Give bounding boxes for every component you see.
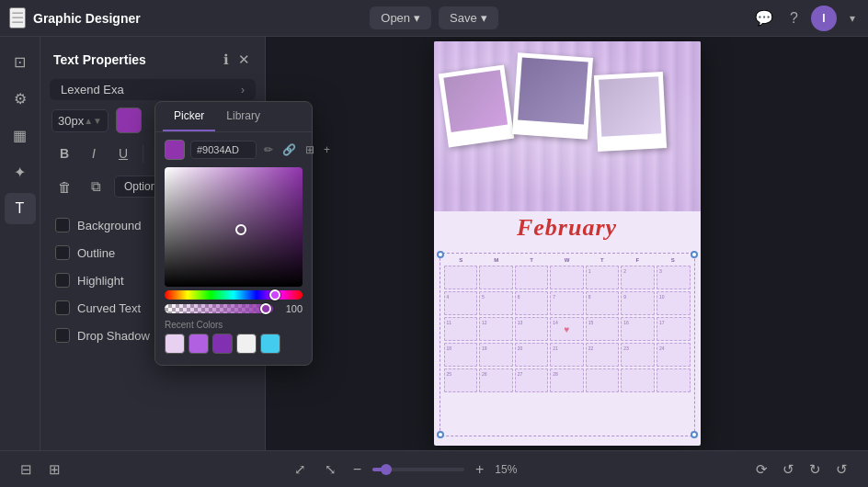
main-area: ⊡ ⚙ ▦ ✦ T Text Properties ℹ ✕ Lexend Exa… (0, 37, 868, 450)
open-button[interactable]: Open ▾ (370, 6, 431, 29)
history-button[interactable]: ⟳ (750, 458, 773, 481)
cal-cell-empty-6 (621, 368, 655, 392)
bottom-left: ⊟ ⊞ (15, 458, 66, 481)
cal-cell-13: 13 (515, 317, 549, 341)
undo-button[interactable]: ↺ (777, 458, 800, 481)
topbar-center: Open ▾ Save ▾ (370, 6, 497, 29)
color-swatch[interactable] (116, 108, 142, 133)
cal-cell-empty-3 (515, 266, 549, 289)
duplicate-button[interactable]: ⧉ (83, 174, 108, 199)
hex-row: ✏ 🔗 ⊞ + (155, 132, 312, 165)
font-selector[interactable]: Lexend Exa › (50, 79, 256, 100)
save-button[interactable]: Save ▾ (439, 6, 498, 29)
photo-3-img (599, 76, 661, 136)
cal-cell-17: 17 (657, 317, 691, 341)
recent-color-4[interactable] (260, 334, 280, 354)
photo-2-img (518, 58, 588, 125)
tool-components[interactable]: ✦ (5, 156, 36, 187)
tool-adjust[interactable]: ⚙ (5, 83, 36, 114)
canvas-area[interactable]: February S M T W T F S (266, 37, 868, 450)
recent-color-1[interactable] (188, 334, 209, 354)
cal-day-W: W (550, 257, 584, 263)
chat-icon-button[interactable]: 💬 (751, 6, 777, 30)
cal-day-T1: T (514, 257, 548, 263)
cal-cell-10: 10 (657, 291, 691, 315)
info-icon-button[interactable]: ℹ (222, 50, 231, 70)
redo-button[interactable]: ↻ (804, 458, 827, 481)
avatar[interactable]: I (811, 6, 837, 31)
cal-cell-empty-4 (550, 266, 584, 289)
crop-button[interactable]: ⤡ (319, 458, 342, 481)
reset-button[interactable]: ↺ (830, 458, 853, 481)
menu-icon[interactable]: ☰ (9, 7, 26, 28)
cal-cell-28: 28 (550, 368, 584, 392)
recent-color-3[interactable] (236, 334, 257, 354)
cal-cell-16: 16 (621, 317, 655, 341)
underline-button[interactable]: U (110, 141, 136, 166)
bold-button[interactable]: B (51, 141, 77, 166)
fit-button[interactable]: ⤢ (289, 458, 312, 481)
hex-input[interactable] (190, 141, 257, 159)
zoom-slider[interactable] (372, 468, 464, 471)
selection-handle-tl[interactable] (437, 251, 444, 258)
hex-swatch[interactable] (165, 140, 185, 160)
recent-color-0[interactable] (165, 334, 185, 354)
delete-button[interactable]: 🗑 (51, 174, 77, 199)
tool-text[interactable]: T (5, 193, 36, 224)
close-icon-button[interactable]: ✕ (236, 50, 252, 70)
alpha-slider[interactable] (165, 304, 273, 313)
cal-cell-12: 12 (479, 317, 513, 341)
cal-cell-20: 20 (515, 343, 549, 367)
layers-button[interactable]: ⊟ (15, 458, 38, 481)
plus-icon[interactable]: + (322, 142, 332, 158)
month-title: February (434, 214, 701, 242)
photo-frame-2 (511, 52, 592, 140)
cal-cell-15: 15 (586, 317, 620, 341)
tool-elements[interactable]: ⊡ (5, 46, 36, 77)
format-separator (143, 144, 143, 163)
selection-handle-br[interactable] (691, 431, 698, 438)
cal-day-T2: T (585, 257, 619, 263)
bottom-bar: ⊟ ⊞ ⤢ ⤡ − + 15% ⟳ ↺ ↻ ↺ (0, 450, 868, 487)
cal-cell-24: 24 (657, 343, 691, 367)
photos-area (443, 51, 691, 211)
tab-library[interactable]: Library (215, 102, 271, 131)
photo-1-img (443, 70, 508, 132)
cal-cell-27: 27 (515, 368, 549, 392)
eyedropper-icon[interactable]: ✏ (262, 142, 275, 158)
checkbox-dropshadow-label: Drop Shadow (77, 329, 150, 343)
help-icon-button[interactable]: ? (786, 6, 802, 30)
selection-handle-bl[interactable] (437, 431, 444, 438)
left-toolbar: ⊡ ⚙ ▦ ✦ T (0, 37, 40, 450)
italic-button[interactable]: I (81, 141, 107, 166)
tab-picker[interactable]: Picker (163, 102, 215, 131)
gradient-canvas[interactable] (165, 167, 303, 287)
zoom-out-button[interactable]: − (349, 458, 365, 481)
cal-cell-7: 7 (550, 291, 584, 315)
hue-slider[interactable] (165, 290, 303, 300)
cal-day-S2: S (656, 257, 690, 263)
topbar-chevron-button[interactable]: ▾ (846, 8, 859, 28)
cal-cell-3: 3 (657, 266, 691, 289)
grid-view-button[interactable]: ⊞ (43, 458, 66, 481)
cal-cell-empty-7 (657, 368, 691, 392)
calendar-grid: 1 2 3 4 5 6 7 8 9 10 11 12 13 14 15 (444, 266, 691, 392)
zoom-level: 15% (495, 463, 528, 476)
cal-header: S M T W T F S (444, 257, 691, 263)
recent-color-2[interactable] (212, 334, 233, 354)
alpha-row: 100 (155, 303, 312, 320)
selection-handle-tr[interactable] (691, 251, 698, 258)
cal-cell-26: 26 (479, 368, 513, 392)
cal-cell-21: 21 (550, 343, 584, 367)
cal-cell-23: 23 (621, 343, 655, 367)
cal-cell-5: 5 (479, 291, 513, 315)
tool-table[interactable]: ▦ (5, 119, 36, 151)
recent-colors-label: Recent Colors (155, 320, 312, 334)
checkbox-curved-label: Curved Text (77, 301, 141, 315)
grid-icon[interactable]: ⊞ (303, 142, 316, 158)
zoom-in-button[interactable]: + (472, 458, 487, 481)
photo-frame-3 (593, 72, 666, 152)
bottom-center: ⤢ ⤡ − + 15% (289, 458, 529, 481)
font-size-input[interactable]: 30px ▲▼ (51, 109, 108, 132)
link-icon[interactable]: 🔗 (280, 142, 298, 158)
